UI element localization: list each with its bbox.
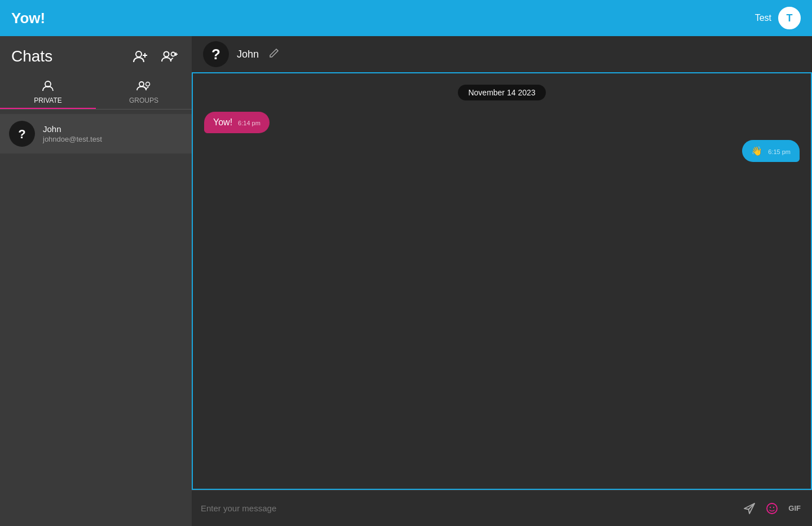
chats-title: Chats <box>11 47 122 65</box>
message-input[interactable] <box>201 503 735 513</box>
gif-button[interactable]: GIF <box>786 502 803 515</box>
contact-item[interactable]: ? John johndoe@test.test <box>0 114 192 154</box>
message-time: 6:15 pm <box>768 148 791 155</box>
chat-area: ? John November 14 2023 Yow! 6:14 pm <box>192 36 812 526</box>
message-text: 👋 <box>751 146 762 156</box>
main-layout: Chats <box>0 36 812 526</box>
add-contact-button[interactable] <box>131 48 150 65</box>
user-initial: T <box>787 12 793 24</box>
svg-text:?: ? <box>18 127 25 141</box>
sidebar: Chats <box>0 36 192 526</box>
message-bubble-sent: 👋 6:15 pm <box>742 140 800 162</box>
svg-point-9 <box>146 82 150 86</box>
message-bubble-received: Yow! 6:14 pm <box>204 112 270 133</box>
svg-text:?: ? <box>211 46 220 63</box>
gif-label: GIF <box>788 504 801 512</box>
app-title: Yow! <box>11 10 45 27</box>
user-avatar[interactable]: T <box>778 7 801 29</box>
message-row: Yow! 6:14 pm <box>204 112 800 133</box>
date-badge: November 14 2023 <box>204 85 800 100</box>
emoji-button[interactable] <box>764 500 780 517</box>
tab-groups[interactable]: GROUPS <box>96 74 192 109</box>
svg-point-8 <box>139 82 144 86</box>
message-time: 6:14 pm <box>238 120 261 126</box>
tab-private-label: PRIVATE <box>34 97 62 104</box>
message-text: Yow! <box>213 117 232 128</box>
contact-email: johndoe@test.test <box>43 135 102 143</box>
messages-list: Yow! 6:14 pm 👋 6:15 pm <box>204 112 800 162</box>
contact-list: ? John johndoe@test.test <box>0 109 192 526</box>
svg-point-16 <box>770 506 771 507</box>
contact-name: John <box>43 124 102 134</box>
topbar: Yow! Test T <box>0 0 812 36</box>
private-icon <box>42 80 54 94</box>
send-button[interactable] <box>741 500 758 517</box>
groups-icon <box>136 80 151 94</box>
tabs: PRIVATE GROUPS <box>0 74 192 109</box>
tab-groups-label: GROUPS <box>129 97 158 104</box>
chat-header: ? John <box>192 36 812 72</box>
chat-contact-name: John <box>237 49 259 60</box>
message-row: 👋 6:15 pm <box>204 140 800 162</box>
messages-container[interactable]: November 14 2023 Yow! 6:14 pm 👋 6:15 pm <box>192 72 812 490</box>
svg-point-15 <box>767 503 777 514</box>
svg-point-17 <box>773 506 774 507</box>
tab-private[interactable]: PRIVATE <box>0 74 96 109</box>
user-section: Test T <box>755 7 801 29</box>
svg-point-3 <box>164 52 169 57</box>
contact-avatar: ? <box>9 121 35 147</box>
user-label: Test <box>755 13 771 23</box>
contact-info: John johndoe@test.test <box>43 124 102 143</box>
edit-icon[interactable] <box>269 48 279 61</box>
sidebar-header: Chats <box>0 36 192 74</box>
date-label: November 14 2023 <box>458 85 545 100</box>
chat-contact-avatar: ? <box>203 41 229 67</box>
add-group-button[interactable] <box>159 48 180 65</box>
input-bar: GIF <box>192 490 812 526</box>
svg-point-0 <box>136 51 142 57</box>
